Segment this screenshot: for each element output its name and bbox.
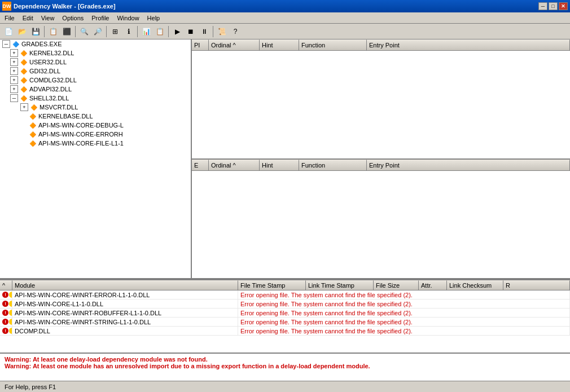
col-hint-bot-label: Hint xyxy=(262,162,273,169)
col-entrypoint-bot[interactable]: Entry Point xyxy=(367,160,570,170)
col-function-top[interactable]: Function xyxy=(299,39,367,50)
col-file-ts[interactable]: File Time Stamp xyxy=(238,280,306,290)
toolbar-new[interactable]: 📄 xyxy=(2,25,15,38)
tree-toggle-shell32[interactable]: ─ xyxy=(10,94,18,102)
col-ordinal-bot[interactable]: Ordinal ^ xyxy=(209,160,260,170)
table-row[interactable]: ! ! API-MS-WIN-CORE-WINRT-ROBUFFER-L1-1-… xyxy=(0,309,570,318)
title-bar: DW Dependency Walker - [Grades.exe] ─ □ … xyxy=(0,0,570,12)
table-row[interactable]: ! ! API-MS-WIN-CORE-WINRT-ERROR-L1-1-0.D… xyxy=(0,290,570,299)
toolbar-copy[interactable]: 📋 xyxy=(47,25,59,38)
module-name: API-MS-WIN-CORE-WINRT-ERROR-L1-1-0.DLL xyxy=(12,290,238,299)
tree-item-kernel32[interactable]: + 🔶 KERNEL32.DLL xyxy=(0,49,191,58)
col-e[interactable]: E xyxy=(192,160,209,170)
tree-item-kernelbase[interactable]: 🔶 KERNELBASE.DLL xyxy=(0,112,191,121)
tree-toggle-msvcrt[interactable]: + xyxy=(20,103,28,111)
tree-toggle-user32[interactable]: + xyxy=(10,58,18,66)
toolbar-select-all[interactable]: ⬛ xyxy=(60,25,73,38)
top-right-content[interactable] xyxy=(192,51,570,158)
toolbar-config2[interactable]: 📋 xyxy=(154,25,166,38)
tree-toggle-comdlg32[interactable]: + xyxy=(10,76,18,84)
tree-toggle-grades[interactable]: ─ xyxy=(2,40,10,48)
col-module[interactable]: Module xyxy=(12,280,238,290)
module-error: Error opening file. The system cannot fi… xyxy=(238,309,570,317)
col-link-chk[interactable]: Link Checksum xyxy=(447,280,503,290)
table-row[interactable]: ! ! API-MS-WIN-CORE-L1-1-0.DLL Error ope… xyxy=(0,299,570,309)
menu-edit[interactable]: Edit xyxy=(19,14,37,23)
table-row[interactable]: ! ! API-MS-WIN-CORE-WINRT-STRING-L1-1-0.… xyxy=(0,318,570,327)
menu-profile[interactable]: Profile xyxy=(88,14,112,23)
menu-file[interactable]: File xyxy=(1,14,18,23)
col-function-bot[interactable]: Function xyxy=(299,160,367,170)
menu-bar: File Edit View Options Profile Window He… xyxy=(0,12,570,24)
tree-item-shell32[interactable]: ─ 🔶 SHELL32.DLL xyxy=(0,94,191,103)
toolbar-help[interactable]: ? xyxy=(229,25,242,38)
toolbar-find-next[interactable]: 🔎 xyxy=(91,25,104,38)
toolbar-log[interactable]: 📜 xyxy=(216,25,228,38)
bottom-right-content[interactable] xyxy=(192,171,570,279)
menu-options[interactable]: Options xyxy=(59,14,87,23)
tree-item-advapi32[interactable]: + 🔶 ADVAPI32.DLL xyxy=(0,85,191,94)
col-entrypoint-top-label: Entry Point xyxy=(369,42,400,49)
toolbar-save[interactable]: 💾 xyxy=(29,25,42,38)
tree-toggle-gdi32[interactable]: + xyxy=(10,67,18,75)
toolbar-pause[interactable]: ⏸ xyxy=(198,25,211,38)
tree-item-api-file[interactable]: 🔶 API-MS-WIN-CORE-FILE-L1-1 xyxy=(0,139,191,148)
module-error: Error opening file. The system cannot fi… xyxy=(238,290,570,299)
col-entrypoint-top[interactable]: Entry Point xyxy=(367,39,570,50)
module-section: ^ Module File Time Stamp Link Time Stamp… xyxy=(0,279,570,353)
toolbar-config1[interactable]: 📊 xyxy=(140,25,152,38)
toolbar-stop[interactable]: ⏹ xyxy=(185,25,197,38)
dll-icon-gdi32: 🔶 xyxy=(19,67,28,76)
module-error: Error opening file. The system cannot fi… xyxy=(238,299,570,308)
menu-help[interactable]: Help xyxy=(144,14,164,23)
tree-label-grades-exe: GRADES.EXE xyxy=(21,41,62,47)
col-sort[interactable]: ^ xyxy=(0,280,12,290)
menu-window[interactable]: Window xyxy=(113,14,142,23)
tree-item-grades-exe[interactable]: ─ 🔷 GRADES.EXE xyxy=(0,39,191,49)
tree-toggle-kernel32[interactable]: + xyxy=(10,49,18,57)
error-icon: ! xyxy=(2,301,8,307)
minimize-button[interactable]: ─ xyxy=(538,2,547,10)
tree-item-api-debug[interactable]: 🔶 API-MS-WIN-CORE-DEBUG-L xyxy=(0,121,191,130)
close-button[interactable]: ✕ xyxy=(559,2,568,10)
col-pi[interactable]: PI xyxy=(192,39,209,50)
toolbar-auto[interactable]: ⊞ xyxy=(109,25,121,38)
toolbar-find[interactable]: 🔍 xyxy=(78,25,90,38)
tree-item-msvcrt[interactable]: + 🔶 MSVCRT.DLL xyxy=(0,103,191,112)
col-hint-top[interactable]: Hint xyxy=(260,39,299,50)
error-icon: ! xyxy=(2,310,8,316)
col-attr[interactable]: Attr. xyxy=(419,280,447,290)
tree-content[interactable]: ─ 🔷 GRADES.EXE + 🔶 KERNEL32.DLL + 🔶 USER… xyxy=(0,39,191,278)
exe-icon: 🔷 xyxy=(11,39,20,49)
tree-item-gdi32[interactable]: + 🔶 GDI32.DLL xyxy=(0,67,191,76)
col-hint-bot[interactable]: Hint xyxy=(260,160,299,170)
tree-item-comdlg32[interactable]: + 🔶 COMDLG32.DLL xyxy=(0,76,191,85)
tree-toggle-advapi32[interactable]: + xyxy=(10,85,18,93)
col-r[interactable]: R xyxy=(503,280,570,290)
col-ordinal-bot-label: Ordinal ^ xyxy=(211,162,236,169)
toolbar-sep6 xyxy=(213,26,213,37)
col-file-size[interactable]: File Size xyxy=(374,280,419,290)
col-e-label: E xyxy=(194,162,198,169)
toolbar-props[interactable]: ℹ xyxy=(122,25,135,38)
module-name: DCOMP.DLL xyxy=(12,327,238,335)
toolbar-open[interactable]: 📂 xyxy=(16,25,28,38)
tree-item-api-errorh[interactable]: 🔶 API-MS-WIN-CORE-ERRORH xyxy=(0,130,191,139)
col-ordinal-top[interactable]: Ordinal ^ xyxy=(209,39,260,50)
error-icon: ! xyxy=(2,319,8,325)
col-pi-label: PI xyxy=(194,42,200,49)
tree-label-api-errorh: API-MS-WIN-CORE-ERRORH xyxy=(38,131,123,138)
dll-icon-advapi32: 🔶 xyxy=(19,85,28,94)
col-sort-label: ^ xyxy=(2,282,5,289)
col-link-ts[interactable]: Link Time Stamp xyxy=(306,280,374,290)
table-row[interactable]: ! ! DCOMP.DLL Error opening file. The sy… xyxy=(0,327,570,336)
col-function-top-label: Function xyxy=(301,42,325,49)
maximize-button[interactable]: □ xyxy=(549,2,558,10)
tree-item-user32[interactable]: + 🔶 USER32.DLL xyxy=(0,58,191,67)
menu-view[interactable]: View xyxy=(38,14,58,23)
toolbar-start[interactable]: ▶ xyxy=(171,25,183,38)
col-file-size-label: File Size xyxy=(376,282,400,289)
tree-label-gdi32: GDI32.DLL xyxy=(29,68,60,74)
module-table[interactable]: ^ Module File Time Stamp Link Time Stamp… xyxy=(0,280,570,353)
status-text: For Help, press F1 xyxy=(5,384,56,390)
